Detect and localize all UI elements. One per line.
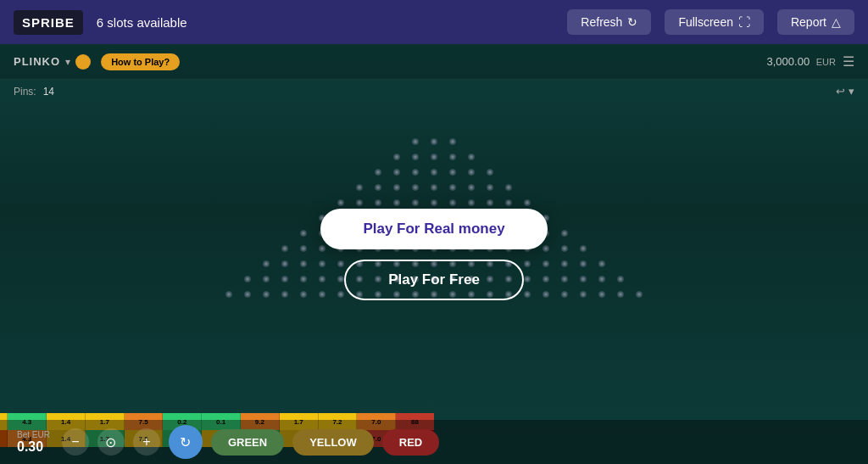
- fullscreen-button[interactable]: Fullscreen ⛶: [665, 9, 764, 35]
- play-for-free-button[interactable]: Play For Free: [344, 260, 524, 300]
- refresh-label: Refresh: [581, 15, 622, 29]
- report-label: Report: [791, 15, 826, 29]
- play-real-money-button[interactable]: Play For Real money: [320, 209, 547, 249]
- report-button[interactable]: Report △: [777, 9, 854, 35]
- refresh-button[interactable]: Refresh ↻: [567, 9, 651, 35]
- fullscreen-icon: ⛶: [738, 15, 750, 29]
- play-overlay: Play For Real money Play For Free: [0, 44, 868, 464]
- refresh-icon: ↻: [627, 15, 637, 29]
- spribe-logo: SPRIBE: [14, 10, 83, 35]
- header: SPRIBE 6 slots available Refresh ↻ Fulls…: [0, 0, 868, 44]
- fullscreen-label: Fullscreen: [678, 15, 733, 29]
- slots-available-text: 6 slots available: [97, 15, 554, 30]
- game-area: PLINKO ▾ How to Play? 3,000.00 EUR ☰ Pin…: [0, 44, 868, 464]
- report-icon: △: [832, 15, 841, 29]
